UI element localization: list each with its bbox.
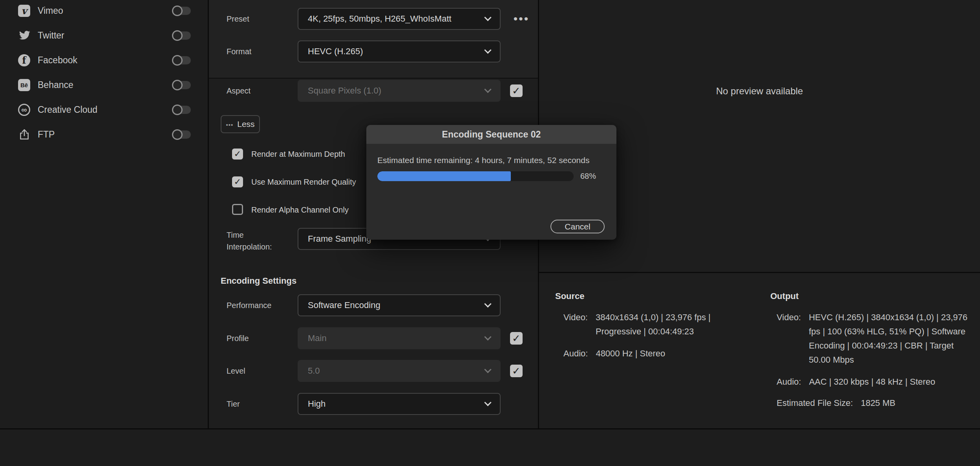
sidebar-item-behance: Bē Behance: [0, 74, 208, 95]
preset-value: 4K, 25fps, 50mbps, H265_WhoIsMatt: [308, 14, 452, 24]
dialog-title: Encoding Sequence 02: [366, 125, 616, 144]
sidebar-item-creative-cloud: ∞ Creative Cloud: [0, 99, 208, 120]
sidebar-item-vimeo: v Vimeo: [0, 0, 208, 21]
source-video-row: Video: 3840x1634 (1,0) | 23,976 fps |Pro…: [563, 310, 711, 339]
time-interpolation-label: Time Interpolation:: [227, 229, 289, 253]
output-video-value: HEVC (H.265) | 3840x1634 (1,0) | 23,976f…: [809, 310, 967, 367]
facebook-icon: f: [18, 54, 30, 66]
vimeo-icon: v: [18, 5, 30, 17]
sidebar-item-label: FTP: [38, 129, 55, 140]
level-dropdown: 5.0: [298, 360, 501, 382]
encoding-settings-header: Encoding Settings: [221, 276, 296, 286]
performance-value: Software Encoding: [308, 300, 380, 310]
ellipsis-icon: [226, 119, 233, 129]
chevron-down-icon: [484, 86, 491, 93]
no-preview-message: No preview available: [539, 86, 980, 97]
sidebar-item-label: Behance: [38, 80, 73, 90]
performance-label: Performance: [227, 301, 272, 310]
chevron-down-icon: [484, 366, 491, 373]
facebook-toggle[interactable]: [173, 56, 191, 64]
summary-area: Source Video: 3840x1634 (1,0) | 23,976 f…: [539, 272, 980, 428]
time-interpolation-value: Frame Sampling: [308, 234, 371, 244]
aspect-dropdown: Square Pixels (1.0): [298, 80, 501, 102]
render-max-depth-checkbox[interactable]: [232, 149, 243, 160]
level-value: 5.0: [308, 366, 320, 376]
output-filesize-label: Estimated File Size:: [777, 396, 853, 410]
profile-label: Profile: [227, 334, 249, 343]
source-video-value: 3840x1634 (1,0) | 23,976 fps |Progressiv…: [596, 310, 711, 339]
preset-label: Preset: [227, 15, 249, 24]
tier-dropdown[interactable]: High: [298, 393, 501, 415]
format-label: Format: [227, 47, 251, 56]
dialog-body: Estimated time remaining: 4 hours, 7 min…: [366, 144, 616, 240]
output-header: Output: [770, 291, 799, 301]
toggle-knob: [172, 129, 183, 140]
vimeo-toggle[interactable]: [173, 7, 191, 15]
toggle-knob: [172, 105, 183, 115]
output-filesize-row: Estimated File Size: 1825 MB: [777, 396, 895, 410]
twitter-icon: [18, 29, 30, 42]
ftp-toggle[interactable]: [173, 130, 191, 139]
twitter-toggle[interactable]: [173, 31, 191, 40]
performance-dropdown[interactable]: Software Encoding: [298, 294, 501, 316]
progress-percent: 68%: [580, 171, 596, 181]
export-window: v Vimeo Twitter f Facebook Bē Behance ∞ …: [0, 0, 980, 466]
aspect-value: Square Pixels (1.0): [308, 86, 381, 96]
creative-cloud-toggle[interactable]: [173, 106, 191, 114]
tier-value: High: [308, 399, 325, 409]
output-filesize-value: 1825 MB: [861, 396, 895, 410]
behance-toggle[interactable]: [173, 81, 191, 89]
chevron-down-icon: [484, 399, 491, 406]
source-header: Source: [555, 291, 585, 301]
sidebar-item-label: Facebook: [38, 55, 77, 66]
ftp-upload-icon: [18, 128, 30, 141]
chevron-down-icon: [484, 46, 491, 53]
encoding-progress-dialog: Encoding Sequence 02 Estimated time rema…: [366, 125, 616, 240]
behance-icon: Bē: [18, 79, 30, 91]
preset-more-options-button[interactable]: [509, 10, 534, 28]
output-audio-label: Audio:: [777, 375, 801, 389]
render-alpha-only-checkbox[interactable]: [232, 204, 243, 215]
source-audio-value: 48000 Hz | Stereo: [596, 347, 665, 361]
level-label: Level: [227, 367, 245, 376]
output-audio-row: Audio: AAC | 320 kbps | 48 kHz | Stereo: [777, 375, 935, 389]
sidebar-item-label: Twitter: [38, 30, 64, 41]
level-checkbox[interactable]: [510, 365, 523, 377]
chevron-down-icon: [484, 333, 491, 340]
toggle-knob: [172, 30, 183, 41]
profile-checkbox[interactable]: [510, 332, 523, 345]
source-video-label: Video:: [563, 310, 588, 339]
toggle-knob: [172, 55, 183, 66]
use-max-render-quality-label: Use Maximum Render Quality: [251, 178, 356, 187]
toggle-knob: [172, 6, 183, 16]
source-audio-label: Audio:: [563, 347, 588, 361]
publish-sidebar: v Vimeo Twitter f Facebook Bē Behance ∞ …: [0, 0, 208, 428]
sidebar-item-facebook: f Facebook: [0, 50, 208, 71]
footer-bar: Me Send to Media Encoder Export: [0, 428, 980, 466]
output-video-row: Video: HEVC (H.265) | 3840x1634 (1,0) | …: [777, 310, 967, 367]
format-dropdown[interactable]: HEVC (H.265): [298, 40, 501, 62]
render-max-depth-label: Render at Maximum Depth: [251, 150, 345, 159]
format-value: HEVC (H.265): [308, 46, 363, 57]
toggle-knob: [172, 80, 183, 90]
render-alpha-only-label: Render Alpha Channel Only: [251, 205, 349, 215]
aspect-checkbox[interactable]: [510, 84, 523, 97]
less-button-label: Less: [237, 119, 254, 129]
cancel-button[interactable]: Cancel: [550, 220, 605, 233]
use-max-render-quality-checkbox[interactable]: [232, 176, 243, 187]
profile-value: Main: [308, 333, 327, 343]
chevron-down-icon: [484, 14, 491, 21]
progress-fill: [377, 171, 511, 181]
less-button[interactable]: Less: [221, 115, 260, 133]
estimated-time-remaining: Estimated time remaining: 4 hours, 7 min…: [377, 156, 589, 165]
chevron-down-icon: [484, 300, 491, 307]
output-video-label: Video:: [777, 310, 801, 367]
creative-cloud-icon: ∞: [18, 104, 30, 116]
profile-dropdown: Main: [298, 327, 501, 349]
output-audio-value: AAC | 320 kbps | 48 kHz | Stereo: [809, 375, 935, 389]
sidebar-item-label: Vimeo: [38, 6, 63, 16]
sidebar-item-ftp: FTP: [0, 124, 208, 145]
sidebar-item-label: Creative Cloud: [38, 105, 97, 115]
preset-dropdown[interactable]: 4K, 25fps, 50mbps, H265_WhoIsMatt: [298, 8, 501, 30]
tier-label: Tier: [227, 400, 240, 409]
